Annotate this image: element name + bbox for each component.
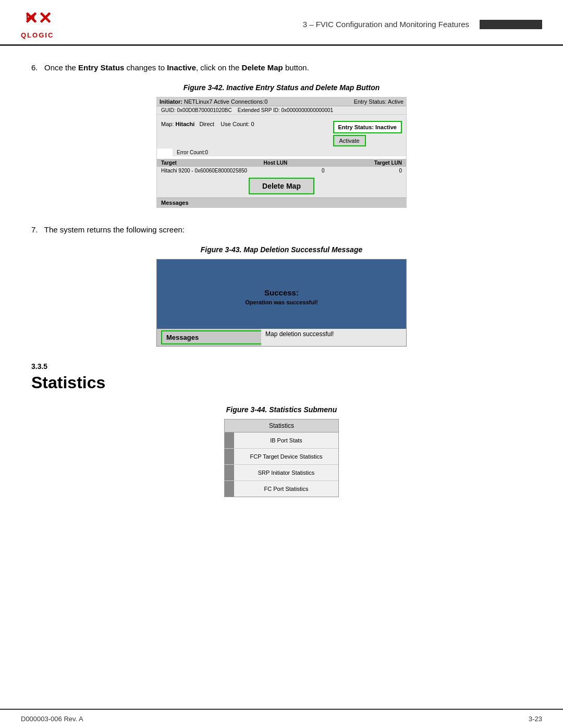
fig44-item-label-3: SRP Initiator Statistics — [234, 467, 338, 478]
fig42-activate-button[interactable]: Activate — [333, 135, 366, 146]
fig42-direct: Direct — [199, 121, 214, 127]
svg-text:⋈: ⋈ — [26, 11, 35, 22]
fig43-container: Success: Operation was successful! Messa… — [156, 259, 407, 347]
fig44-item-icon-4 — [225, 481, 234, 497]
fig42-initiator-label: Initiator: — [160, 98, 182, 105]
fig43-success-title: Success: — [162, 288, 401, 297]
qlogic-logo-icon: ✕✕ ⋈ — [23, 9, 52, 30]
fig42-messages-row: Messages — [157, 198, 406, 207]
header-bar-decoration — [480, 20, 542, 29]
fig44-caption: Figure 3-44. Statistics Submenu — [31, 405, 532, 414]
fig44-item-srp-initiator[interactable]: SRP Initiator Statistics — [225, 465, 338, 481]
fig42-data-row: Hitachi 9200 - 0x60060E8000025850 0 0 — [157, 167, 406, 175]
fig42-map-row: Map: Hitachi Direct Use Count: 0 Entry S… — [157, 119, 406, 149]
fig44-header-row: Statistics — [225, 419, 338, 433]
fig42-map-left: Map: Hitachi Direct Use Count: 0 — [161, 121, 254, 127]
fig43-blue-bottom — [157, 311, 406, 329]
section-title: Statistics — [31, 373, 532, 392]
step7-text: 7. The system returns the following scre… — [31, 224, 532, 236]
header-title: 3 – FVIC Configuration and Monitoring Fe… — [303, 20, 469, 29]
fig44-item-icon-3 — [225, 465, 234, 480]
fig42-error-row: Error Count:0 — [173, 149, 406, 156]
fig44-item-fc-port[interactable]: FC Port Statistics — [225, 481, 338, 497]
fig42-initiator-row: Initiator: NETLinux7 Active Connections:… — [157, 97, 406, 106]
fig43-caption: Figure 3-43. Map Deletion Successful Mes… — [31, 245, 532, 254]
fig42-hitachi: Hitachi — [176, 121, 195, 127]
fig42-target-header: Target — [161, 160, 177, 166]
fig44-item-ib-port-stats[interactable]: IB Port Stats — [225, 433, 338, 449]
fig43-success-area: Success: Operation was successful! — [157, 280, 406, 311]
fig42-hitachi-target: Hitachi 9200 - 0x60060E8000025850 — [161, 168, 247, 174]
fig44-item-label-4: FC Port Statistics — [234, 483, 338, 495]
fig44-item-icon-1 — [225, 433, 234, 448]
fig42-table-header: Target Host LUN Target LUN — [157, 159, 406, 167]
page-footer: D000003-006 Rev. A 3-23 — [0, 709, 563, 728]
fig43-map-deletion-msg: Map deletion successful! — [261, 329, 406, 346]
fig42-spacer — [157, 115, 406, 119]
fig42-entry-status-active: Entry Status: Active — [354, 98, 403, 105]
logo-text: QLOGIC — [21, 31, 54, 39]
fig42-map-label: Map: — [161, 121, 174, 127]
fig42-host-lun-val: 0 — [322, 168, 325, 174]
fig43-bottom-row: Messages Map deletion successful! — [157, 329, 406, 346]
fig42-caption: Figure 3-42. Inactive Entry Status and D… — [31, 83, 532, 92]
fig42-initiator-value: NETLinux7 Active Connections:0 — [184, 98, 267, 105]
page-header: ✕✕ ⋈ QLOGIC 3 – FVIC Configuration and M… — [0, 0, 563, 46]
fig43-blue-top — [157, 260, 406, 280]
fig42-initiator-left: Initiator: NETLinux7 Active Connections:… — [160, 98, 267, 105]
step6-text: 6. Once the Entry Status changes to Inac… — [31, 61, 532, 74]
main-content: 6. Once the Entry Status changes to Inac… — [0, 46, 563, 534]
fig43-messages-label-area: Messages — [157, 329, 261, 346]
delete-map-bold: Delete Map — [242, 63, 283, 72]
fig42-delete-map-button[interactable]: Delete Map — [249, 178, 314, 194]
fig42-messages-label: Messages — [161, 200, 189, 206]
fig42-target-lun-val: 0 — [399, 168, 402, 174]
fig44-container: Statistics IB Port Stats FCP Target Devi… — [224, 419, 339, 497]
fig42-use-count: Use Count: 0 — [221, 121, 254, 127]
fig42-inactive-status-box: Entry Status: Inactive Activate — [333, 121, 402, 146]
fig42-guid-row: GUID: 0x00D0B700001020BC Extended SRP ID… — [157, 106, 406, 115]
fig42-extended-srp: Extended SRP ID: 0x0000000000000001 — [238, 107, 333, 113]
fig42-delete-btn-row: Delete Map — [157, 175, 406, 198]
fig43-success-msg: Operation was successful! — [162, 299, 401, 305]
fig42-error-count: Error Count:0 — [177, 150, 208, 155]
logo-area: ✕✕ ⋈ QLOGIC — [21, 9, 54, 39]
footer-right: 3-23 — [529, 715, 542, 723]
footer-left: D000003-006 Rev. A — [21, 715, 83, 723]
fig42-entry-status-inactive: Entry Status: Inactive — [333, 121, 402, 133]
inactive-bold: Inactive — [167, 63, 196, 72]
step7-text-content: The system returns the following screen: — [44, 225, 185, 234]
entry-status-bold: Entry Status — [78, 63, 124, 72]
fig42-target-lun-header: Target LUN — [374, 160, 402, 166]
fig42-host-lun-header: Host LUN — [264, 160, 288, 166]
fig44-item-label-1: IB Port Stats — [234, 435, 338, 446]
fig42-container: Initiator: NETLinux7 Active Connections:… — [156, 97, 407, 208]
fig44-item-fcp-target[interactable]: FCP Target Device Statistics — [225, 449, 338, 465]
fig44-item-icon-2 — [225, 449, 234, 464]
fig43-messages-header: Messages — [161, 330, 265, 344]
fig42-guid: GUID: 0x00D0B700001020BC — [161, 107, 232, 113]
fig44-item-label-2: FCP Target Device Statistics — [234, 451, 338, 462]
section-number: 3.3.5 — [31, 362, 532, 371]
